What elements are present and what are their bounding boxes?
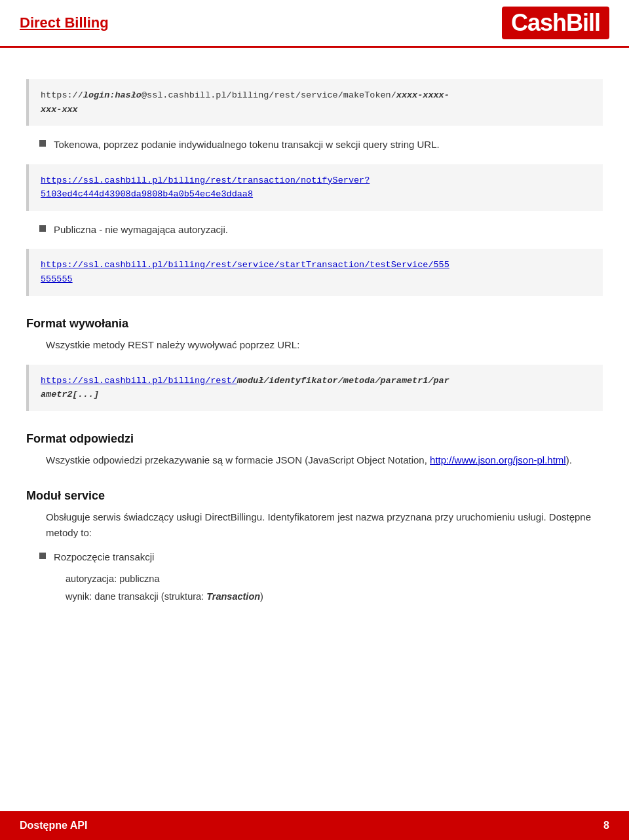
section-format-odpowiedzi: Format odpowiedzi xyxy=(26,432,603,446)
code-credentials: login:hasło xyxy=(83,90,142,100)
page-header: Direct Billing CashBill xyxy=(0,0,629,48)
transaction-struct-name: Transaction xyxy=(206,591,260,602)
code-block-rest-format: https://ssl.cashbill.pl/billing/rest/mod… xyxy=(26,365,603,411)
page-footer: Dostępne API 8 xyxy=(0,811,629,840)
bullet-text-2: Publiczna - nie wymagająca autoryzacji. xyxy=(54,223,228,238)
bullet-square-transakcja xyxy=(39,553,46,559)
para-odpowiedzi-end: ). xyxy=(566,454,572,466)
section-format-wywolania: Format wywołania xyxy=(26,317,603,331)
bullet-text-transakcja: Rozpoczęcie transakcji xyxy=(54,550,154,565)
page-title: Direct Billing xyxy=(20,14,109,31)
notify-server-link[interactable]: https://ssl.cashbill.pl/billing/rest/tra… xyxy=(41,175,370,200)
footer-page-number: 8 xyxy=(603,820,609,831)
code-middle-1: @ssl.cashbill.pl/billing/rest/service/ma… xyxy=(142,90,396,100)
section-modul-service: Moduł service xyxy=(26,489,603,503)
para-format-wywolania: Wszystkie metody REST należy wywoływać p… xyxy=(26,337,603,353)
rest-base-link[interactable]: https://ssl.cashbill.pl/billing/rest/ xyxy=(41,376,237,386)
main-content: https://login:hasło@ssl.cashbill.pl/bill… xyxy=(0,48,629,811)
bullet-item-transakcja: Rozpoczęcie transakcji xyxy=(39,550,603,565)
sub-item-autoryzacja: autoryzacja: publiczna xyxy=(26,571,603,587)
bullet-item-2: Publiczna - nie wymagająca autoryzacji. xyxy=(39,223,603,238)
modul-service-text: Obsługuje serwis świadczący usługi Direc… xyxy=(46,511,591,538)
bullet-square-2 xyxy=(39,225,46,232)
code-block-maketoken: https://login:hasło@ssl.cashbill.pl/bill… xyxy=(26,79,603,126)
bullet-square-1 xyxy=(39,140,46,147)
cashbill-logo: CashBill xyxy=(502,7,609,39)
para-odpowiedzi-start: Wszystkie odpowiedzi przekazywanie są w … xyxy=(46,454,430,466)
para-modul-service: Obsługuje serwis świadczący usługi Direc… xyxy=(26,509,603,541)
logo-cash: Cash xyxy=(511,9,566,36)
para-format-odpowiedzi: Wszystkie odpowiedzi przekazywanie są w … xyxy=(26,452,603,468)
code-block-notify: https://ssl.cashbill.pl/billing/rest/tra… xyxy=(26,164,603,211)
code-block-start-transaction: https://ssl.cashbill.pl/billing/rest/ser… xyxy=(26,249,603,295)
code-prefix-1: https:// xyxy=(41,90,83,100)
logo-bill: Bill xyxy=(566,9,600,36)
bullet-item-1: Tokenowa, poprzez podanie indywidualnego… xyxy=(39,137,603,153)
bullet-text-1: Tokenowa, poprzez podanie indywidualnego… xyxy=(54,137,440,153)
json-org-link[interactable]: http://www.json.org/json-pl.html xyxy=(430,454,566,466)
sub-item-wynik: wynik: dane transakcji (struktura: Trans… xyxy=(26,589,603,605)
footer-title: Dostępne API xyxy=(20,820,87,831)
start-transaction-link[interactable]: https://ssl.cashbill.pl/billing/rest/ser… xyxy=(41,260,449,284)
